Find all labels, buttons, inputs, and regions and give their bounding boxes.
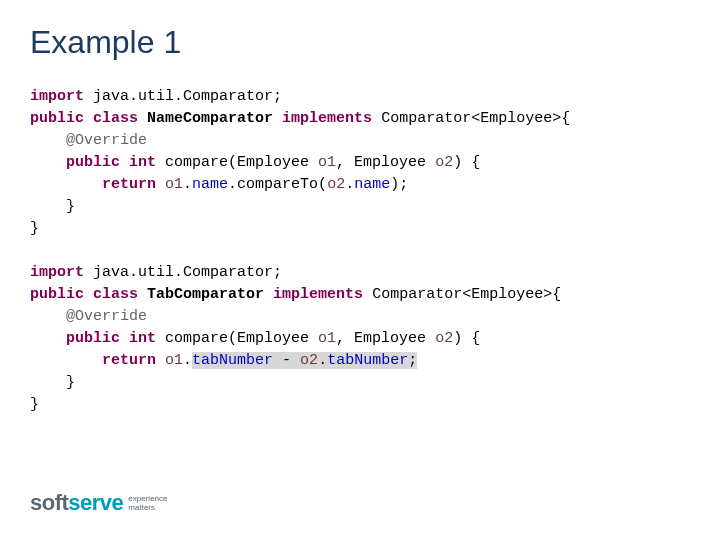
keyword: public xyxy=(66,330,120,347)
keyword: return xyxy=(102,352,156,369)
argument: o1 xyxy=(165,352,183,369)
code-text: ; xyxy=(408,352,417,369)
annotation: @Override xyxy=(30,308,147,325)
logo-text: softserve xyxy=(30,490,123,516)
argument: o1 xyxy=(318,154,336,171)
code-text: } xyxy=(30,198,75,215)
argument: o2 xyxy=(327,176,345,193)
keyword: import xyxy=(30,264,84,281)
field: tabNumber xyxy=(192,352,273,369)
code-text: java.util.Comparator; xyxy=(84,264,282,281)
logo-serve: serve xyxy=(68,490,123,515)
tagline-1: experience xyxy=(128,494,167,503)
argument: o2 xyxy=(435,154,453,171)
annotation: @Override xyxy=(30,132,147,149)
tagline-2: matters xyxy=(128,503,167,512)
keyword: implements xyxy=(273,286,363,303)
softserve-logo: softserve experience matters xyxy=(30,490,167,516)
field: name xyxy=(192,176,228,193)
class-name: TabComparator xyxy=(147,286,264,303)
keyword: int xyxy=(129,154,156,171)
code-text: compare(Employee xyxy=(156,154,318,171)
code-text: Comparator<Employee>{ xyxy=(372,110,570,127)
code-text: java.util.Comparator; xyxy=(84,88,282,105)
code-text: compare(Employee xyxy=(156,330,318,347)
code-text: } xyxy=(30,396,39,413)
code-text: - xyxy=(273,352,300,369)
code-text: } xyxy=(30,374,75,391)
code-block-2: import java.util.Comparator; public clas… xyxy=(30,262,561,416)
keyword: public xyxy=(30,110,84,127)
slide-title: Example 1 xyxy=(30,24,181,61)
logo-tagline: experience matters xyxy=(128,494,167,512)
argument: o2 xyxy=(435,330,453,347)
argument: o1 xyxy=(165,176,183,193)
code-text: , Employee xyxy=(336,330,435,347)
code-text: ) { xyxy=(453,154,480,171)
code-text: } xyxy=(30,220,39,237)
keyword: import xyxy=(30,88,84,105)
keyword: implements xyxy=(282,110,372,127)
code-text: ); xyxy=(390,176,408,193)
argument: o2 xyxy=(300,352,318,369)
keyword: class xyxy=(93,110,138,127)
argument: o1 xyxy=(318,330,336,347)
code-text: ) { xyxy=(453,330,480,347)
slide: Example 1 import java.util.Comparator; p… xyxy=(0,0,720,540)
code-text: .compareTo( xyxy=(228,176,327,193)
code-text: Comparator<Employee>{ xyxy=(363,286,561,303)
field: tabNumber xyxy=(327,352,408,369)
field: name xyxy=(354,176,390,193)
keyword: int xyxy=(129,330,156,347)
code-block-1: import java.util.Comparator; public clas… xyxy=(30,86,570,240)
keyword: public xyxy=(66,154,120,171)
code-text: . xyxy=(318,352,327,369)
keyword: public xyxy=(30,286,84,303)
code-text: , Employee xyxy=(336,154,435,171)
class-name: NameComparator xyxy=(147,110,273,127)
logo-soft: soft xyxy=(30,490,68,515)
keyword: return xyxy=(102,176,156,193)
keyword: class xyxy=(93,286,138,303)
